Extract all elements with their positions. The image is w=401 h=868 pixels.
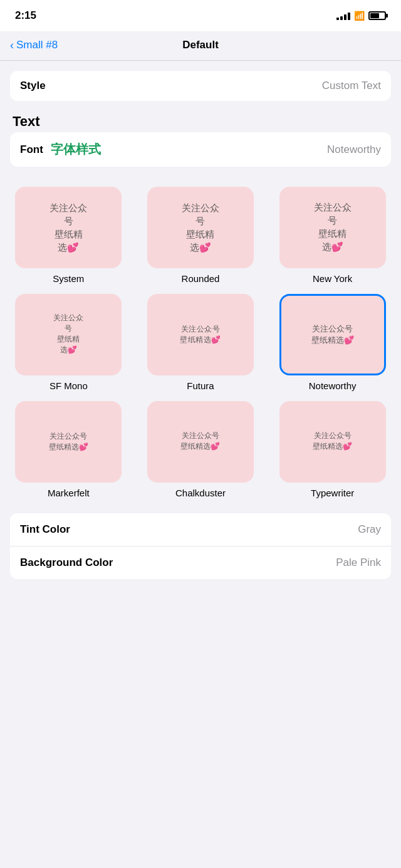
- font-label: Font: [20, 144, 43, 156]
- style-section-spacer: [0, 61, 401, 71]
- font-preview-text: 关注公众号壁纸精选💕: [53, 313, 83, 355]
- font-grid-container: 关注公众号壁纸精选💕System关注公众号壁纸精选💕Rounded关注公众号壁纸…: [0, 177, 401, 508]
- tint-color-row[interactable]: Tint Color Gray: [10, 513, 391, 546]
- font-preview-typewriter: 关注公众号壁纸精选💕: [279, 401, 386, 483]
- font-item-new-york[interactable]: 关注公众号壁纸精选💕New York: [271, 187, 393, 284]
- font-item-noteworthy[interactable]: 关注公众号壁纸精选💕Noteworthy: [271, 294, 393, 391]
- tint-color-value: Gray: [358, 523, 381, 536]
- main-content: Style Custom Text Text Font 字体样式 Notewor…: [0, 61, 401, 866]
- nav-title: Default: [182, 39, 219, 51]
- font-name-label: Typewriter: [311, 488, 354, 498]
- font-preview-text: 关注公众号壁纸精选💕: [182, 201, 219, 254]
- font-item-typewriter[interactable]: 关注公众号壁纸精选💕Typewriter: [271, 401, 393, 498]
- font-name-label: Markerfelt: [48, 488, 90, 498]
- font-name-label: New York: [313, 273, 352, 284]
- font-name-label: Chalkduster: [175, 488, 226, 498]
- font-name-label: System: [53, 273, 84, 284]
- font-preview-text: 关注公众号壁纸精选💕: [180, 431, 220, 452]
- font-preview-text: 关注公众号壁纸精选💕: [311, 323, 354, 346]
- font-item-markerfelt[interactable]: 关注公众号壁纸精选💕Markerfelt: [8, 401, 130, 498]
- tint-color-label: Tint Color: [20, 523, 70, 536]
- battery-icon: [368, 11, 386, 20]
- font-preview-text: 关注公众号壁纸精选💕: [49, 431, 88, 452]
- font-preview-futura: 关注公众号壁纸精选💕: [147, 294, 254, 375]
- style-value: Custom Text: [322, 80, 381, 92]
- back-chevron-icon: ‹: [10, 39, 14, 52]
- back-label: Small #8: [16, 39, 58, 51]
- font-grid: 关注公众号壁纸精选💕System关注公众号壁纸精选💕Rounded关注公众号壁纸…: [8, 187, 393, 498]
- background-color-value: Pale Pink: [336, 557, 381, 569]
- style-row[interactable]: Style Custom Text: [10, 71, 391, 101]
- font-item-system[interactable]: 关注公众号壁纸精选💕System: [8, 187, 130, 284]
- background-color-row[interactable]: Background Color Pale Pink: [10, 546, 391, 579]
- text-section-title: Text: [13, 113, 40, 129]
- signal-icon: [336, 11, 350, 20]
- font-current-value: Noteworthy: [327, 144, 381, 156]
- font-preview-noteworthy: 关注公众号壁纸精选💕: [279, 294, 386, 375]
- font-name-label: Noteworthy: [309, 380, 357, 391]
- font-row[interactable]: Font 字体样式 Noteworthy: [10, 132, 391, 167]
- style-label: Style: [20, 80, 46, 92]
- font-preview-rounded: 关注公众号壁纸精选💕: [147, 187, 254, 268]
- font-preview-text: 关注公众号壁纸精选💕: [314, 201, 352, 254]
- font-name-label: Futura: [187, 380, 214, 391]
- text-section-header: Text: [0, 101, 401, 132]
- font-name-label: Rounded: [182, 273, 220, 284]
- font-name-label: SF Mono: [49, 380, 88, 391]
- back-button[interactable]: ‹ Small #8: [10, 39, 58, 52]
- wifi-icon: 📶: [354, 11, 365, 21]
- nav-bar: ‹ Small #8 Default: [0, 31, 401, 61]
- font-subtitle: 字体样式: [51, 141, 101, 158]
- font-preview-text: 关注公众号壁纸精选💕: [180, 324, 221, 345]
- font-preview-chalkduster: 关注公众号壁纸精选💕: [147, 401, 254, 483]
- font-item-chalkduster[interactable]: 关注公众号壁纸精选💕Chalkduster: [140, 401, 262, 498]
- font-preview-text: 关注公众号壁纸精选💕: [313, 431, 352, 452]
- font-item-rounded[interactable]: 关注公众号壁纸精选💕Rounded: [140, 187, 262, 284]
- font-preview-new-york: 关注公众号壁纸精选💕: [279, 187, 386, 268]
- font-preview-markerfelt: 关注公众号壁纸精选💕: [15, 401, 122, 483]
- status-time: 2:15: [15, 9, 36, 22]
- font-section: Font 字体样式 Noteworthy: [10, 132, 391, 167]
- font-item-sf-mono[interactable]: 关注公众号壁纸精选💕SF Mono: [8, 294, 130, 391]
- style-section: Style Custom Text: [10, 71, 391, 101]
- font-preview-text: 关注公众号壁纸精选💕: [49, 201, 87, 254]
- font-preview-system: 关注公众号壁纸精选💕: [15, 187, 122, 268]
- font-item-futura[interactable]: 关注公众号壁纸精选💕Futura: [140, 294, 262, 391]
- background-color-label: Background Color: [20, 557, 113, 569]
- status-bar: 2:15 📶: [0, 0, 401, 31]
- status-icons: 📶: [336, 11, 386, 21]
- font-preview-sf-mono: 关注公众号壁纸精选💕: [15, 294, 122, 375]
- bottom-section: Tint Color Gray Background Color Pale Pi…: [10, 513, 391, 579]
